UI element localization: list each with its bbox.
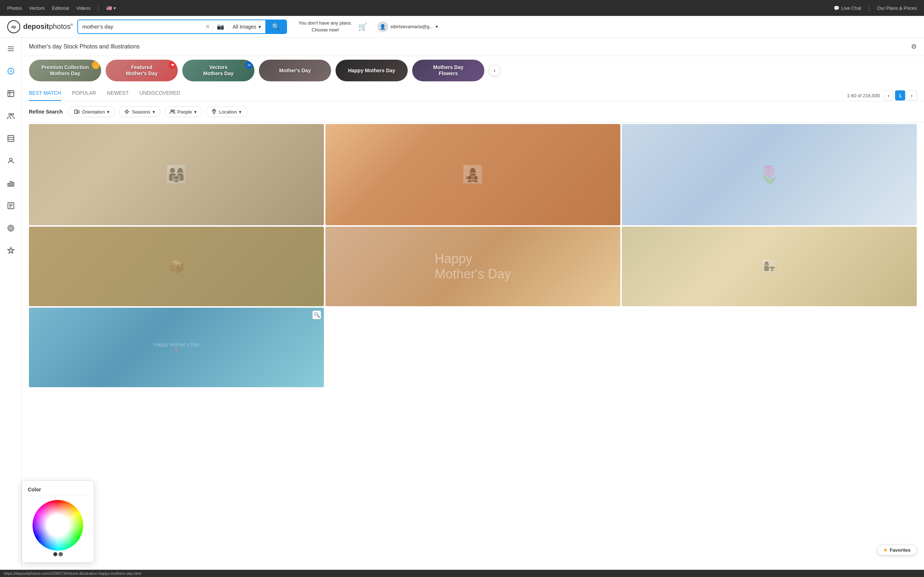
image-card[interactable]: 👨‍👩‍👧 [29,124,324,225]
prev-page-button[interactable]: ‹ [884,90,893,100]
page-title: Mother's day Stock Photos and Illustrati… [29,44,140,50]
live-chat-icon: 💬 [834,5,839,11]
chip-mothers-day[interactable]: Mother's Day [259,60,331,81]
logo-text: depositphotos® [23,23,73,31]
chip-premium[interactable]: Premium CollectionMothers Day 👑 [29,60,101,81]
sidebar-item-magic[interactable] [4,244,18,258]
search-input[interactable] [78,24,203,30]
sort-tabs-left: BEST MATCH POPULAR NEWEST UNDISCOVERED [29,90,180,101]
sidebar [0,38,22,577]
svg-point-28 [171,110,172,112]
image-grid: 👨‍👩‍👧 👩‍👧‍👦 🌷 📦 HappyMother's Day 👩‍👧 Ha… [22,122,924,388]
sidebar-item-analytics[interactable] [4,64,18,78]
country-selector[interactable]: 🇺🇸▾ [106,5,116,11]
favorites-button[interactable]: ★ Favorites [877,545,917,555]
chip-flowers[interactable]: Mothers DayFlowers [412,60,485,81]
svg-point-29 [173,110,175,111]
search-button[interactable]: 🔍 [266,20,286,33]
star-icon: ★ [883,547,887,553]
pagination: 1-60 of 216,930 ‹ 1 › [847,90,917,100]
chip-featured[interactable]: FeaturedMother's Day ❤ [106,60,178,81]
search-box: ✕ 📷 All Images ▾ 🔍 [77,19,287,34]
orientation-filter[interactable]: Orientation ▾ [68,106,115,117]
avatar: 👤 [377,21,388,32]
cart-button[interactable]: 🛒 [356,20,369,33]
nav-videos[interactable]: Videos [76,5,91,11]
svg-rect-4 [8,91,14,97]
svg-point-6 [11,113,13,116]
pagination-range: 1-60 of 216,930 [847,93,880,98]
live-chat[interactable]: 💬 Live Chat [834,5,861,11]
sidebar-item-target[interactable] [4,221,18,235]
chips-next-arrow[interactable]: › [489,65,500,76]
content: Mother's day Stock Photos and Illustrati… [22,38,924,577]
user-area[interactable]: 👤 sibirtsevamaria@g... ▾ [377,21,438,32]
refine-search-label: Refine Search [29,109,63,114]
image-card[interactable]: 👩‍👧 [622,227,917,306]
page-nav: ‹ 1 › [884,90,917,100]
settings-icon[interactable]: ⚙ [911,43,917,51]
top-nav: Photos Vectors Editorial Videos | 🇺🇸▾ 💬 … [0,0,924,16]
divider: | [98,5,99,11]
chevron-down-icon: ▾ [153,109,155,114]
sidebar-item-menu[interactable] [4,42,18,56]
sidebar-item-people[interactable] [4,109,18,123]
people-filter[interactable]: People ▾ [164,106,202,117]
seasons-icon [124,109,130,114]
chip-happy[interactable]: Happy Mothers Day [335,60,408,81]
location-icon [211,109,217,114]
people-icon [169,109,175,114]
sidebar-item-profile[interactable] [4,154,18,168]
tab-newest[interactable]: NEWEST [107,90,129,101]
chevron-down-icon: ▾ [239,109,241,114]
camera-icon[interactable]: 📷 [213,23,228,30]
no-plans-notice: You don't have any plans. Choose now! [299,20,352,33]
clear-icon[interactable]: ✕ [203,23,213,30]
user-chevron-icon: ▾ [436,24,438,29]
tab-undiscovered[interactable]: UNDISCOVERED [140,90,180,101]
favorites-label: Favorites [890,547,911,553]
svg-point-5 [9,113,11,116]
image-card[interactable]: 📦 [29,227,324,306]
color-popup: Color [22,480,94,562]
chip-badge-heart: ❤ [169,61,176,69]
logo-icon: dp [7,20,20,33]
chevron-down-icon: ▾ [194,109,196,114]
current-page-button[interactable]: 1 [895,90,905,100]
location-filter[interactable]: Location ▾ [206,106,247,117]
tab-popular[interactable]: POPULAR [72,90,96,101]
nav-photos[interactable]: Photos [7,5,22,11]
image-card[interactable]: HappyMother's Day [325,227,620,306]
next-page-button[interactable]: › [907,90,917,100]
tab-best-match[interactable]: BEST MATCH [29,90,61,101]
image-card[interactable]: 👩‍👧‍👦 [325,124,620,225]
chip-badge-pencil: ✏ [245,61,253,69]
chips-row: Premium CollectionMothers Day 👑 Featured… [22,56,924,85]
user-email: sibirtsevamaria@g... [390,24,433,29]
plans-link[interactable]: Our Plans & Prices [877,5,917,11]
search-bar-area: dp depositphotos® ✕ 📷 All Images ▾ 🔍 You… [0,16,924,38]
filter-bar: Refine Search Orientation ▾ Seasons ▾ Pe… [22,101,924,122]
color-wheel[interactable] [32,500,83,551]
sidebar-item-crop[interactable] [4,87,18,100]
image-card[interactable]: Happy Mother's Day🌷 🔍 [29,308,324,387]
svg-rect-13 [12,182,14,186]
svg-rect-21 [74,110,77,113]
seasons-filter[interactable]: Seasons ▾ [119,106,161,117]
status-url: https://depositphotos.com/10365734/stock… [3,571,142,575]
divider2: | [869,5,870,11]
sort-tabs-row: BEST MATCH POPULAR NEWEST UNDISCOVERED 1… [22,85,924,101]
sidebar-item-list[interactable] [4,132,18,145]
svg-rect-22 [77,111,79,113]
image-card[interactable]: 🌷 [622,124,917,225]
nav-editorial[interactable]: Editorial [52,5,69,11]
nav-vectors[interactable]: Vectors [29,5,45,11]
logo[interactable]: dp depositphotos® [7,20,73,33]
svg-rect-7 [8,135,14,142]
sidebar-item-text[interactable] [4,199,18,213]
status-bar: https://depositphotos.com/10365734/stock… [0,570,924,577]
chip-vectors[interactable]: VectorsMothers Day ✏ [182,60,254,81]
sidebar-item-chart[interactable] [4,176,18,190]
svg-point-20 [10,228,11,229]
image-filter-dropdown[interactable]: All Images ▾ [228,24,265,30]
